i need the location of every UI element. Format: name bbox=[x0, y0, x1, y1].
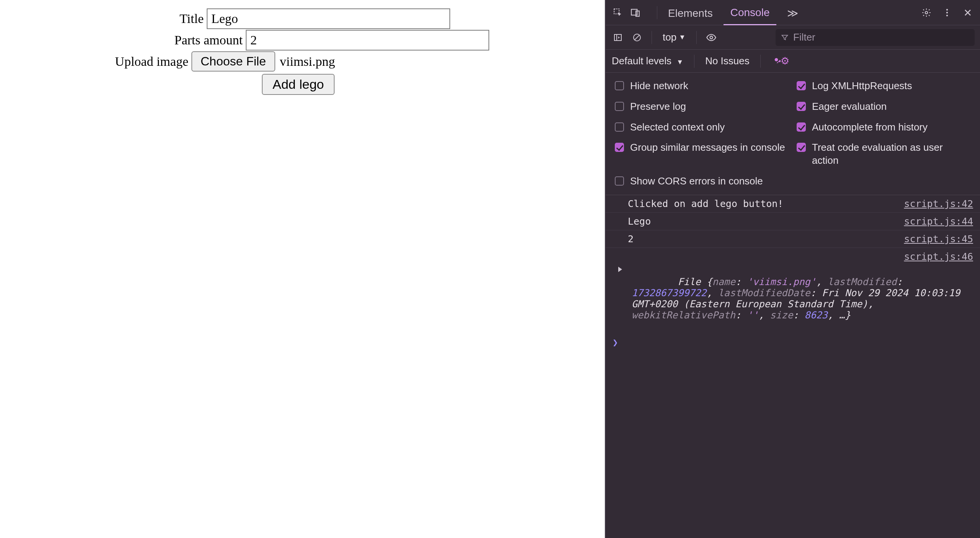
svg-rect-7 bbox=[614, 34, 621, 41]
chk-autocomplete[interactable]: Autocomplete from history bbox=[797, 121, 971, 134]
chevron-down-icon: ▼ bbox=[676, 58, 683, 66]
title-input[interactable] bbox=[207, 8, 450, 29]
gear-icon[interactable] bbox=[920, 6, 933, 20]
form-row-upload: Upload image Choose File viimsi.png bbox=[8, 51, 597, 72]
toggle-sidebar-icon[interactable] bbox=[611, 31, 625, 44]
log-message: Clicked on add lego button! bbox=[628, 198, 896, 209]
log-source-link[interactable]: script.js:42 bbox=[904, 198, 973, 209]
log-source-link[interactable]: script.js:45 bbox=[904, 233, 973, 245]
chk-selected-ctx[interactable]: Selected context only bbox=[615, 121, 789, 134]
console-prompt[interactable]: ❯ bbox=[606, 335, 980, 350]
file-input-wrap: Choose File viimsi.png bbox=[191, 51, 335, 72]
choose-file-button[interactable]: Choose File bbox=[191, 51, 275, 72]
chk-label: Treat code evaluation as user action bbox=[812, 141, 971, 167]
form-row-parts: Parts amount bbox=[8, 30, 597, 51]
tab-elements[interactable]: Elements bbox=[661, 0, 720, 25]
log-levels-label: Default levels bbox=[612, 55, 671, 67]
console-toolbar: top ▼ Filter bbox=[606, 25, 980, 50]
chosen-file-name: viimsi.png bbox=[280, 54, 335, 69]
expand-triangle-icon[interactable] bbox=[612, 265, 628, 272]
log-entry: 2 script.js:45 bbox=[606, 230, 980, 248]
tab-more[interactable]: ≫ bbox=[780, 0, 805, 25]
log-source-link[interactable]: script.js:46 bbox=[904, 251, 973, 262]
tab-console[interactable]: Console bbox=[724, 0, 777, 25]
chk-treat-eval[interactable]: Treat code evaluation as user action bbox=[797, 141, 971, 167]
devtools-right-icons bbox=[920, 6, 975, 20]
chk-label: Eager evaluation bbox=[812, 100, 887, 113]
chk-label: Preserve log bbox=[630, 100, 686, 113]
chk-log-xhr[interactable]: Log XMLHttpRequests bbox=[797, 80, 971, 93]
svg-point-5 bbox=[946, 11, 948, 13]
chk-label: Show CORS errors in console bbox=[630, 175, 763, 188]
filter-icon bbox=[781, 34, 789, 41]
context-selector[interactable]: top ▼ bbox=[660, 30, 689, 45]
kebab-menu-icon[interactable] bbox=[940, 6, 954, 20]
chk-group-similar[interactable]: Group similar messages in console bbox=[615, 141, 789, 167]
log-source-link[interactable]: script.js:44 bbox=[904, 216, 973, 227]
log-entry-object[interactable]: File {name: 'viimsi.png', lastModified: … bbox=[606, 265, 980, 335]
console-settings-gear-icon[interactable] bbox=[771, 55, 781, 67]
console-toolbar-2: Default levels ▼ No Issues ⚙ bbox=[606, 50, 980, 73]
svg-rect-2 bbox=[636, 11, 639, 16]
console-settings-gear-icon[interactable]: ⚙ bbox=[781, 55, 789, 67]
svg-point-3 bbox=[925, 11, 928, 14]
chk-label: Log XMLHttpRequests bbox=[812, 80, 912, 93]
log-object: File {name: 'viimsi.png', lastModified: … bbox=[628, 265, 973, 332]
filter-input[interactable]: Filter bbox=[776, 29, 975, 46]
context-label: top bbox=[663, 31, 676, 43]
page-content: Title Parts amount Upload image Choose F… bbox=[0, 0, 605, 538]
live-expression-icon[interactable] bbox=[704, 31, 718, 44]
svg-line-10 bbox=[635, 35, 639, 40]
log-entry: script.js:46 bbox=[606, 248, 980, 265]
svg-point-4 bbox=[946, 9, 948, 10]
parts-input[interactable] bbox=[246, 30, 489, 51]
chk-label: Autocomplete from history bbox=[812, 121, 928, 134]
chk-label: Group similar messages in console bbox=[630, 141, 785, 154]
chevron-down-icon: ▼ bbox=[679, 33, 686, 41]
chk-show-cors[interactable]: Show CORS errors in console bbox=[615, 175, 789, 188]
chk-eager-eval[interactable]: Eager evaluation bbox=[797, 100, 971, 113]
device-toolbar-icon[interactable] bbox=[629, 6, 642, 20]
upload-label: Upload image bbox=[8, 54, 191, 69]
chk-preserve-log[interactable]: Preserve log bbox=[615, 100, 789, 113]
submit-row: Add lego bbox=[8, 74, 597, 95]
log-entry: Clicked on add lego button! script.js:42 bbox=[606, 195, 980, 213]
issues-link[interactable]: No Issues bbox=[705, 55, 750, 67]
clear-console-icon[interactable] bbox=[630, 31, 644, 44]
add-lego-button[interactable]: Add lego bbox=[262, 74, 335, 95]
log-levels-selector[interactable]: Default levels ▼ bbox=[612, 55, 683, 67]
chk-hide-network[interactable]: Hide network bbox=[615, 80, 789, 93]
filter-placeholder: Filter bbox=[793, 31, 815, 43]
svg-point-11 bbox=[710, 36, 712, 39]
devtools-panel: Elements Console ≫ top ▼ bbox=[605, 0, 980, 538]
form-row-title: Title bbox=[8, 8, 597, 29]
console-settings: Hide network Log XMLHttpRequests Preserv… bbox=[606, 73, 980, 195]
log-entry: Lego script.js:44 bbox=[606, 213, 980, 230]
chk-label: Hide network bbox=[630, 80, 688, 93]
chk-label: Selected context only bbox=[630, 121, 725, 134]
close-icon[interactable] bbox=[961, 6, 975, 20]
log-message: Lego bbox=[628, 216, 896, 227]
title-label: Title bbox=[8, 11, 207, 26]
log-message: 2 bbox=[628, 233, 896, 245]
console-log: Clicked on add lego button! script.js:42… bbox=[606, 195, 980, 538]
inspect-element-icon[interactable] bbox=[611, 6, 625, 20]
devtools-tabs: Elements Console ≫ bbox=[606, 0, 980, 25]
parts-label: Parts amount bbox=[8, 33, 246, 47]
svg-point-6 bbox=[946, 15, 948, 16]
